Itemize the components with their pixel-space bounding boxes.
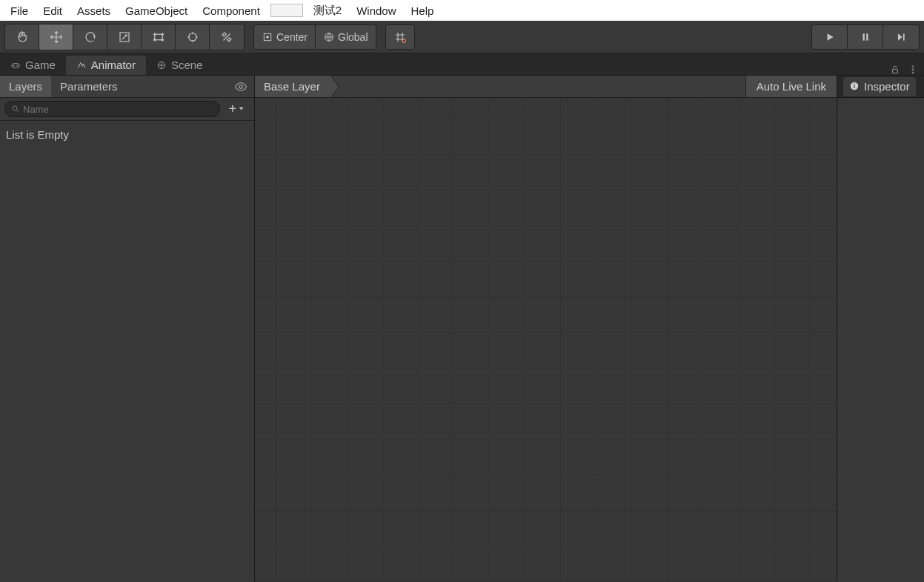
svg-point-21	[912, 72, 914, 73]
svg-point-26	[854, 83, 855, 85]
tab-inspector[interactable]: Inspector	[843, 77, 916, 96]
playback-controls	[811, 24, 920, 50]
subtab-layers[interactable]: Layers	[0, 76, 51, 97]
step-icon	[896, 32, 906, 42]
hand-icon	[16, 30, 29, 44]
tab-animator-label: Animator	[91, 59, 136, 71]
inspector-tab-row: Inspector	[837, 76, 924, 98]
tab-row-actions	[890, 65, 924, 75]
svg-point-19	[912, 66, 914, 67]
menu-spacer	[270, 4, 303, 17]
move-tool[interactable]	[39, 24, 73, 50]
svg-point-15	[13, 65, 14, 66]
svg-point-8	[267, 36, 269, 38]
game-icon	[10, 60, 21, 70]
tab-game[interactable]: Game	[0, 56, 66, 75]
play-button[interactable]	[812, 25, 848, 49]
scale-icon	[118, 30, 131, 44]
rect-tool[interactable]	[142, 24, 176, 50]
window-tabs: Game Animator Scene	[0, 53, 924, 76]
lock-icon[interactable]	[890, 65, 900, 75]
subtab-parameters[interactable]: Parameters	[51, 76, 127, 97]
plus-dropdown-icon	[228, 103, 245, 115]
svg-rect-25	[854, 85, 854, 88]
svg-rect-12	[866, 33, 868, 40]
hand-tool[interactable]	[5, 24, 39, 50]
svg-point-6	[188, 33, 196, 41]
breadcrumb-row: Base Layer Auto Live Link	[255, 76, 837, 98]
menu-custom[interactable]: 测试2	[306, 2, 349, 19]
handle-rotation-button[interactable]: Global	[316, 25, 375, 49]
main-area: Layers Parameters List is Empty Base Lay…	[0, 76, 924, 582]
pause-button[interactable]	[848, 25, 883, 49]
inspector-body	[837, 98, 924, 582]
tab-scene-label: Scene	[171, 59, 203, 71]
svg-rect-18	[893, 69, 898, 73]
add-parameter-button[interactable]	[223, 101, 250, 117]
svg-point-10	[402, 39, 406, 43]
pause-icon	[860, 32, 871, 42]
inspector-label: Inspector	[864, 80, 910, 93]
left-subtabs: Layers Parameters	[0, 76, 254, 98]
tools-icon	[220, 30, 233, 44]
menu-window[interactable]: Window	[349, 3, 403, 19]
rect-icon	[152, 30, 165, 44]
tab-game-label: Game	[25, 59, 56, 71]
menu-assets[interactable]: Assets	[70, 3, 118, 19]
menu-bar: File Edit Assets GameObject Component 测试…	[0, 0, 924, 21]
menu-help[interactable]: Help	[404, 3, 442, 19]
move-icon	[50, 30, 63, 44]
visibility-toggle[interactable]	[227, 76, 254, 97]
scene-icon	[156, 60, 167, 70]
pivot-mode-button[interactable]: Center	[254, 25, 316, 49]
info-icon	[849, 81, 860, 91]
inspector-panel: Inspector	[837, 76, 924, 582]
grid-snap-button[interactable]	[385, 24, 415, 50]
eye-icon	[234, 80, 247, 93]
auto-live-link-button[interactable]: Auto Live Link	[745, 76, 837, 97]
svg-point-22	[239, 85, 243, 88]
rotate-icon	[84, 30, 97, 44]
menu-edit[interactable]: Edit	[36, 3, 70, 19]
parameter-toolbar	[0, 98, 254, 120]
transform-tools	[4, 24, 245, 50]
pivot-label: Center	[276, 31, 308, 43]
transform-icon	[186, 30, 199, 44]
svg-point-16	[17, 65, 18, 66]
tab-scene[interactable]: Scene	[146, 56, 213, 75]
svg-rect-13	[903, 33, 905, 40]
toolbar-right	[811, 24, 920, 50]
search-input[interactable]	[23, 104, 213, 115]
parameter-search[interactable]	[4, 101, 220, 117]
svg-rect-11	[862, 33, 864, 40]
breadcrumb-base-layer[interactable]: Base Layer	[255, 76, 330, 97]
svg-rect-14	[12, 63, 20, 67]
menu-component[interactable]: Component	[195, 3, 267, 19]
pivot-handle-group: Center Global	[253, 24, 376, 50]
kebab-icon[interactable]	[908, 65, 918, 75]
global-icon	[323, 31, 335, 43]
search-icon	[11, 105, 20, 113]
animator-graph-canvas[interactable]	[255, 98, 837, 582]
menu-file[interactable]: File	[3, 3, 36, 19]
scale-tool[interactable]	[107, 24, 142, 50]
custom-tool[interactable]	[210, 24, 244, 50]
handle-label: Global	[338, 31, 368, 43]
tab-animator[interactable]: Animator	[66, 56, 146, 75]
rotate-tool[interactable]	[73, 24, 107, 50]
center-icon	[262, 31, 273, 43]
svg-point-23	[13, 106, 17, 110]
play-icon	[825, 32, 835, 42]
animator-icon	[76, 60, 87, 70]
grid-icon	[393, 30, 407, 44]
step-button[interactable]	[883, 25, 919, 49]
animator-left-panel: Layers Parameters List is Empty	[0, 76, 255, 582]
transform-tool[interactable]	[176, 24, 210, 50]
toolbar: Center Global	[0, 21, 924, 53]
svg-point-20	[912, 69, 914, 70]
parameter-list-empty: List is Empty	[0, 120, 254, 148]
animator-graph-panel: Base Layer Auto Live Link	[255, 76, 837, 582]
menu-gameobject[interactable]: GameObject	[118, 3, 195, 19]
svg-rect-1	[154, 34, 162, 40]
